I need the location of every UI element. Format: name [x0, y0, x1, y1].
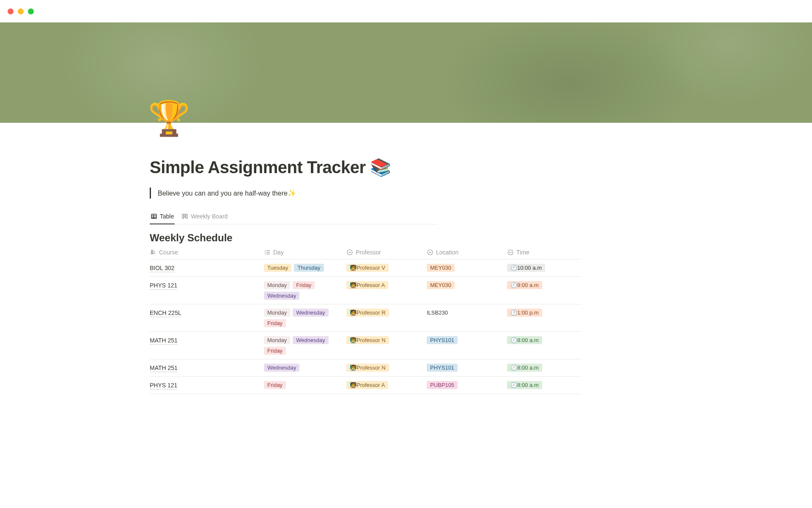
svg-rect-3 [186, 214, 187, 218]
table-view-icon [151, 213, 157, 220]
day-tag: Friday [264, 347, 286, 355]
time-tag: 🕘9:00 a.m [507, 281, 542, 289]
cell-time[interactable]: 🕘9:00 a.m [507, 280, 581, 301]
tab-table[interactable]: Table [150, 210, 175, 224]
table-row[interactable]: MATH 251MondayWednesdayFriday👨‍🏫Professo… [150, 332, 581, 359]
quote-text: Believe you can and you are half-way the… [158, 189, 296, 197]
page-icon[interactable]: 🏆 [148, 102, 190, 135]
cell-day[interactable]: TuesdayThursday [264, 263, 346, 273]
col-header-professor[interactable]: Professor [346, 249, 427, 256]
cell-location[interactable]: MEY030 [427, 280, 507, 301]
day-tag: Wednesday [264, 364, 299, 372]
time-tag: 🕙10:00 a.m [507, 264, 545, 272]
window-zoom-button[interactable] [28, 8, 34, 14]
course-name: MATH 251 [150, 364, 178, 372]
day-tag: Tuesday [264, 264, 291, 272]
cell-time[interactable]: 🕗8:00 a.m [507, 380, 581, 390]
time-tag: 🕗8:00 a.m [507, 336, 542, 344]
day-tag: Thursday [294, 264, 324, 272]
table-row[interactable]: ENCH 225LMondayWednesdayFriday🧑‍🏫Profess… [150, 304, 581, 332]
location-tag: MEY030 [427, 281, 455, 289]
cell-professor[interactable]: 🧑‍🏫Professor A [346, 380, 427, 390]
time-tag: 🕐1:00 p.m [507, 309, 542, 317]
course-name: BIOL 302 [150, 265, 175, 272]
table-row[interactable]: PHYS 121Friday🧑‍🏫Professor APUBP105🕗8:00… [150, 377, 581, 394]
day-tag: Wednesday [264, 292, 299, 300]
cell-professor[interactable]: 🧑‍🏫Professor R [346, 308, 427, 328]
course-name: PHYS 121 [150, 382, 177, 389]
window-close-button[interactable] [8, 8, 14, 14]
col-header-course[interactable]: Course [150, 249, 264, 256]
col-header-location-label: Location [436, 249, 458, 256]
location-tag: MEY030 [427, 264, 455, 272]
cell-course[interactable]: MATH 251 [150, 363, 264, 373]
cell-location[interactable]: MEY030 [427, 263, 507, 273]
day-tag: Monday [264, 336, 290, 344]
tab-label: Weekly Board [191, 213, 228, 220]
cell-professor[interactable]: 🧑‍🏫Professor A [346, 280, 427, 301]
day-tag: Friday [293, 281, 315, 289]
cell-location[interactable]: PUBP105 [427, 380, 507, 390]
cover-image[interactable] [0, 22, 812, 123]
table-header-row: Course Day Professor Location [150, 249, 581, 260]
cell-professor[interactable]: 👨‍🏫Professor N [346, 335, 427, 356]
board-view-icon [181, 213, 188, 220]
col-header-professor-label: Professor [356, 249, 381, 256]
section-title[interactable]: Weekly Schedule [150, 232, 812, 244]
schedule-table: Course Day Professor Location [150, 249, 581, 394]
cell-location[interactable]: PHYS101 [427, 363, 507, 373]
cell-course[interactable]: PHYS 121 [150, 380, 264, 390]
col-header-day[interactable]: Day [264, 249, 346, 256]
time-tag: 🕗8:00 a.m [507, 381, 542, 389]
table-row[interactable]: PHYS 121MondayFridayWednesday🧑‍🏫Professo… [150, 277, 581, 304]
col-header-time-label: Time [516, 249, 529, 256]
professor-tag: 🧑‍🏫Professor R [346, 309, 389, 317]
window-minimize-button[interactable] [18, 8, 24, 14]
location-tag: PUBP105 [427, 381, 458, 389]
cell-day[interactable]: Friday [264, 380, 346, 390]
day-tag: Wednesday [293, 336, 328, 344]
select-property-icon [507, 249, 514, 256]
professor-tag: 👨‍🏫Professor N [346, 364, 389, 372]
cell-time[interactable]: 🕐1:00 p.m [507, 308, 581, 328]
tab-weekly-board[interactable]: Weekly Board [181, 210, 228, 224]
location-tag: ILSB230 [427, 309, 451, 317]
course-name: ENCH 225L [150, 309, 181, 317]
cell-time[interactable]: 🕙10:00 a.m [507, 263, 581, 273]
quote-block[interactable]: Believe you can and you are half-way the… [150, 188, 812, 199]
cell-location[interactable]: PHYS101 [427, 335, 507, 356]
cell-day[interactable]: MondayFridayWednesday [264, 280, 346, 301]
cell-location[interactable]: ILSB230 [427, 308, 507, 328]
day-tag: Monday [264, 281, 290, 289]
cell-course[interactable]: ENCH 225L [150, 308, 264, 328]
cell-day[interactable]: MondayWednesdayFriday [264, 335, 346, 356]
tab-label: Table [160, 213, 174, 220]
time-tag: 🕗8:00 a.m [507, 364, 542, 372]
window-titlebar [0, 0, 812, 22]
page-title[interactable]: Simple Assignment Tracker 📚 [150, 157, 812, 177]
table-row[interactable]: BIOL 302TuesdayThursday🧑‍🏫Professor VMEY… [150, 260, 581, 277]
table-row[interactable]: MATH 251Wednesday👨‍🏫Professor NPHYS101🕗8… [150, 359, 581, 377]
cell-day[interactable]: Wednesday [264, 363, 346, 373]
day-tag: Monday [264, 309, 290, 317]
professor-tag: 🧑‍🏫Professor V [346, 264, 389, 272]
svg-point-4 [347, 250, 352, 255]
col-header-time[interactable]: Time [507, 249, 581, 256]
cell-course[interactable]: MATH 251 [150, 335, 264, 356]
cell-professor[interactable]: 🧑‍🏫Professor V [346, 263, 427, 273]
cell-course[interactable]: BIOL 302 [150, 263, 264, 273]
text-property-icon [150, 249, 156, 256]
svg-point-5 [428, 250, 433, 255]
cell-day[interactable]: MondayWednesdayFriday [264, 308, 346, 328]
multiselect-property-icon [264, 249, 271, 256]
cell-time[interactable]: 🕗8:00 a.m [507, 335, 581, 356]
professor-tag: 🧑‍🏫Professor A [346, 281, 388, 289]
course-name: MATH 251 [150, 337, 178, 345]
cell-course[interactable]: PHYS 121 [150, 280, 264, 301]
col-header-location[interactable]: Location [427, 249, 507, 256]
location-tag: PHYS101 [427, 364, 458, 372]
cell-professor[interactable]: 👨‍🏫Professor N [346, 363, 427, 373]
day-tag: Friday [264, 381, 286, 389]
cell-time[interactable]: 🕗8:00 a.m [507, 363, 581, 373]
page-content: Simple Assignment Tracker 📚 Believe you … [0, 123, 812, 394]
